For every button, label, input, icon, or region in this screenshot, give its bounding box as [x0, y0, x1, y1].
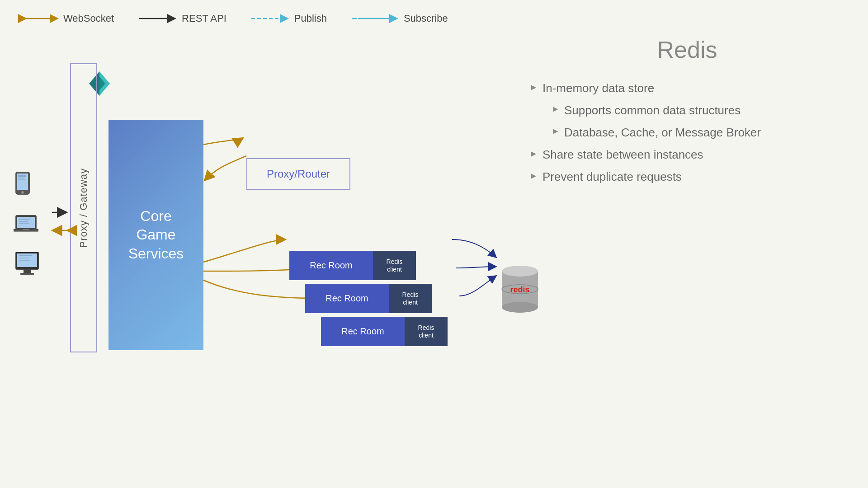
proxy-router-label: Proxy/Router — [267, 168, 330, 180]
device-laptop — [14, 214, 41, 236]
redis-bullet-1: In-memory data store — [529, 81, 845, 95]
proxy-gateway-box: Proxy / Gateway — [70, 63, 97, 352]
redis-bullet-5-text: Prevent duplicate requests — [542, 170, 682, 184]
redis-bullet-3: Database, Cache, or Message Broker — [552, 126, 845, 140]
svg-point-37 — [502, 266, 538, 277]
bullet-icon-5 — [529, 172, 538, 183]
redis-client-box-2: Redisclient — [389, 284, 432, 313]
proxy-gateway-label: Proxy / Gateway — [78, 168, 90, 248]
svg-text:redis: redis — [510, 285, 529, 294]
svg-rect-19 — [18, 175, 26, 177]
svg-marker-44 — [531, 151, 536, 157]
device-phone — [14, 172, 41, 198]
svg-rect-34 — [19, 258, 29, 258]
redis-client-box-1: Redisclient — [373, 251, 416, 280]
redis-bullet-3-text: Database, Cache, or Message Broker — [564, 126, 761, 140]
svg-marker-45 — [531, 174, 536, 179]
redis-cylinder: redis — [497, 262, 542, 318]
redis-bullet-4: Share state between instances — [529, 148, 845, 162]
redis-bullet-2-text: Supports common data structures — [564, 103, 741, 117]
svg-marker-41 — [531, 85, 536, 90]
legend: WebSocket REST API Publish — [0, 0, 466, 37]
svg-marker-43 — [553, 129, 558, 134]
core-services-label: CoreGameServices — [128, 207, 184, 263]
main-diagram: Proxy / Gateway CoreGameServices — [0, 36, 497, 479]
svg-rect-21 — [18, 179, 25, 180]
bullet-icon-3 — [552, 127, 560, 138]
redis-bullet-4-text: Share state between instances — [542, 148, 703, 162]
rec-rooms-container: Rec Room Redisclient Rec Room Redisclien… — [289, 251, 405, 350]
core-services-box: CoreGameServices — [108, 120, 203, 350]
redis-client-box-3: Redisclient — [405, 317, 448, 346]
legend-publish: Publish — [249, 13, 327, 24]
svg-rect-26 — [19, 219, 30, 220]
legend-subscribe: Subscribe — [349, 13, 448, 24]
svg-rect-33 — [19, 255, 32, 256]
rec-room-row-1: Rec Room Redisclient — [289, 251, 405, 280]
rec-room-box-3: Rec Room — [321, 317, 405, 346]
bullet-icon-2 — [552, 105, 560, 116]
bullet-icon-1 — [529, 83, 538, 94]
svg-marker-42 — [553, 107, 558, 112]
redis-bullet-1-text: In-memory data store — [542, 81, 654, 95]
svg-point-18 — [21, 191, 24, 194]
legend-rest-api-label: REST API — [182, 13, 226, 24]
svg-rect-25 — [23, 229, 29, 230]
rec-room-box-2: Rec Room — [305, 284, 389, 313]
svg-point-39 — [502, 302, 538, 313]
legend-rest-api: REST API — [137, 13, 226, 24]
legend-websocket-label: WebSocket — [63, 13, 114, 24]
svg-rect-20 — [18, 178, 24, 178]
rec-room-box-1: Rec Room — [289, 251, 373, 280]
bullet-icon-4 — [529, 150, 538, 161]
legend-websocket: WebSocket — [18, 13, 114, 24]
svg-rect-32 — [20, 273, 34, 275]
svg-rect-28 — [19, 223, 29, 224]
rec-room-row-3: Rec Room Redisclient — [321, 317, 405, 346]
redis-title: Redis — [529, 36, 845, 63]
redis-bullet-2: Supports common data structures — [552, 103, 845, 117]
redis-bullet-5: Prevent duplicate requests — [529, 170, 845, 184]
svg-rect-31 — [24, 269, 31, 273]
legend-subscribe-label: Subscribe — [404, 13, 448, 24]
redis-section: Redis In-memory data store Supports comm… — [529, 36, 845, 192]
svg-rect-23 — [17, 217, 35, 228]
proxy-router-box: Proxy/Router — [246, 158, 350, 190]
device-desktop — [14, 252, 41, 279]
legend-publish-label: Publish — [294, 13, 327, 24]
rec-room-row-2: Rec Room Redisclient — [305, 284, 405, 313]
svg-rect-35 — [19, 260, 30, 261]
client-devices — [14, 172, 41, 279]
svg-rect-27 — [19, 221, 28, 222]
